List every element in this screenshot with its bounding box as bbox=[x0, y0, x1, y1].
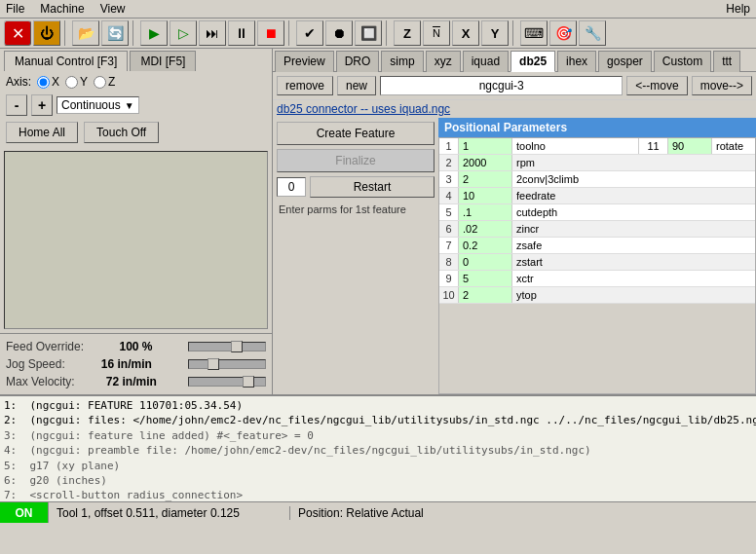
feature-area: Create Feature Finalize 0 Restart Enter … bbox=[273, 118, 756, 394]
menu-view[interactable]: View bbox=[98, 2, 128, 16]
tab-manual-control[interactable]: Manual Control [F3] bbox=[4, 51, 128, 71]
console-area[interactable]: 1: (ngcgui: FEATURE 110701:05.34.54) 2: … bbox=[0, 394, 756, 501]
tab-simp[interactable]: simp bbox=[381, 51, 423, 72]
toolbar-sep-2 bbox=[132, 20, 136, 46]
open-button[interactable]: 📂 bbox=[72, 20, 99, 46]
run-button[interactable]: ▶ bbox=[140, 20, 168, 46]
param-val-1[interactable]: 1 bbox=[459, 138, 512, 154]
param-num-1: 1 bbox=[439, 138, 459, 154]
max-vel-slider[interactable] bbox=[188, 377, 266, 387]
status-led: ON bbox=[0, 502, 49, 523]
jog-speed-label: Jog Speed: bbox=[6, 357, 65, 371]
home-all-button[interactable]: Home All bbox=[6, 122, 78, 143]
param-val-2[interactable]: 2000 bbox=[459, 155, 512, 170]
create-feature-button[interactable]: Create Feature bbox=[277, 122, 435, 145]
reload-button[interactable]: 🔄 bbox=[101, 20, 129, 46]
touch-off-button[interactable]: Touch Off bbox=[84, 122, 159, 143]
move-right-button[interactable]: move--> bbox=[692, 76, 752, 95]
axis-z-input[interactable] bbox=[94, 76, 106, 89]
param-extra-num-1: 11 bbox=[638, 138, 667, 154]
param-name-8: zstart bbox=[512, 254, 755, 270]
jog-slider-thumb bbox=[208, 358, 219, 370]
tab-preview[interactable]: Preview bbox=[275, 51, 334, 72]
touchpad-button[interactable]: ⌨ bbox=[520, 20, 548, 46]
menubar: File Machine View Help bbox=[0, 0, 756, 18]
feature-left: Create Feature Finalize 0 Restart Enter … bbox=[273, 118, 438, 394]
x-home-button[interactable]: X bbox=[452, 20, 479, 46]
db25-info-link[interactable]: db25 connector -- uses iquad.ngc bbox=[273, 100, 756, 118]
axis-x-label: X bbox=[52, 75, 59, 89]
param-name-9: xctr bbox=[512, 271, 755, 286]
jog-slider[interactable] bbox=[188, 359, 266, 369]
continuous-dropdown[interactable]: Continuous ▼ bbox=[57, 96, 139, 114]
param-val-5[interactable]: .1 bbox=[459, 204, 512, 220]
tab-gosper[interactable]: gosper bbox=[598, 51, 652, 72]
move-left-button[interactable]: <--move bbox=[626, 76, 687, 95]
param-name-5: cutdepth bbox=[512, 204, 755, 220]
param-num-10: 10 bbox=[439, 287, 459, 303]
run-from-button[interactable]: ▷ bbox=[170, 20, 197, 46]
tab-iquad[interactable]: iquad bbox=[463, 51, 509, 72]
menu-file[interactable]: File bbox=[4, 2, 26, 16]
new-button[interactable]: new bbox=[337, 76, 376, 95]
z-home-button[interactable]: Z bbox=[394, 20, 421, 46]
block-delete-button[interactable]: 🔲 bbox=[355, 20, 382, 46]
toolbar-sep-1 bbox=[64, 20, 68, 46]
axis-x-input[interactable] bbox=[37, 76, 50, 89]
param-name-7: zsafe bbox=[512, 238, 755, 253]
axis-z-radio[interactable]: Z bbox=[94, 75, 115, 89]
axis-y-input[interactable] bbox=[65, 76, 78, 89]
param-val-6[interactable]: .02 bbox=[459, 221, 512, 237]
remove-button[interactable]: remove bbox=[277, 76, 333, 95]
ctrl-tabs: Manual Control [F3] MDI [F5] bbox=[0, 49, 272, 71]
axis-x-radio[interactable]: X bbox=[37, 75, 59, 89]
menu-help[interactable]: Help bbox=[724, 2, 752, 16]
wrench-button[interactable]: 🔧 bbox=[579, 20, 606, 46]
main-area: Manual Control [F3] MDI [F5] Axis: X Y Z… bbox=[0, 49, 756, 394]
minus-jog-button[interactable]: - bbox=[6, 94, 27, 116]
param-val-10[interactable]: 2 bbox=[459, 287, 512, 303]
param-val-3[interactable]: 2 bbox=[459, 171, 512, 187]
tab-dro[interactable]: DRO bbox=[336, 51, 380, 72]
tab-xyz[interactable]: xyz bbox=[426, 51, 461, 72]
param-val-8[interactable]: 0 bbox=[459, 254, 512, 270]
left-panel: Manual Control [F3] MDI [F5] Axis: X Y Z… bbox=[0, 49, 273, 394]
pause-button[interactable]: ⏸ bbox=[228, 20, 255, 46]
axis-y-radio[interactable]: Y bbox=[65, 75, 88, 89]
console-line-5: 5: g17 (xy plane) bbox=[4, 459, 752, 473]
menu-machine[interactable]: Machine bbox=[38, 2, 86, 16]
tab-db25[interactable]: db25 bbox=[510, 51, 555, 72]
plus-jog-button[interactable]: + bbox=[31, 94, 53, 116]
axis-row: Axis: X Y Z bbox=[0, 71, 272, 92]
console-line-3: 3: (ngcgui: feature line added) #<_featu… bbox=[4, 428, 752, 443]
stop-button[interactable]: ⏹ bbox=[257, 20, 284, 46]
restart-num-field[interactable]: 0 bbox=[277, 177, 306, 197]
dro-area bbox=[4, 151, 268, 329]
param-val-4[interactable]: 10 bbox=[459, 188, 512, 203]
param-val-9[interactable]: 5 bbox=[459, 271, 512, 286]
estop-button[interactable]: ✕ bbox=[4, 20, 31, 46]
axis-y-label: Y bbox=[80, 75, 88, 89]
param-val-7[interactable]: 0.2 bbox=[459, 238, 512, 253]
status-bar: ON Tool 1, offset 0.511, diameter 0.125 … bbox=[0, 501, 756, 523]
tab-custom[interactable]: Custom bbox=[654, 51, 711, 72]
power-button[interactable]: ⏻ bbox=[33, 20, 60, 46]
tab-ihex[interactable]: ihex bbox=[557, 51, 596, 72]
tab-mdi[interactable]: MDI [F5] bbox=[130, 51, 196, 71]
restart-button[interactable]: Restart bbox=[310, 176, 435, 198]
feed-slider[interactable] bbox=[188, 342, 266, 351]
ngcgui-name-field[interactable]: ngcgui-3 bbox=[380, 76, 623, 95]
table-row: 6 .02 zincr bbox=[439, 221, 755, 238]
n-home-button[interactable]: N bbox=[423, 20, 450, 46]
tab-ttt[interactable]: ttt bbox=[713, 51, 740, 72]
y-home-button[interactable]: Y bbox=[481, 20, 509, 46]
pos-params-header: Positional Parameters bbox=[438, 118, 756, 137]
param-extra-val-1[interactable]: 90 bbox=[667, 138, 711, 154]
laser-button[interactable]: 🎯 bbox=[549, 20, 577, 46]
optional-stop-button[interactable]: ⏺ bbox=[325, 20, 353, 46]
step-button[interactable]: ⏭ bbox=[199, 20, 226, 46]
finalize-button[interactable]: Finalize bbox=[277, 149, 435, 172]
check-button[interactable]: ✔ bbox=[296, 20, 323, 46]
max-velocity-label: Max Velocity: bbox=[6, 375, 75, 388]
param-name-4: feedrate bbox=[512, 188, 755, 203]
